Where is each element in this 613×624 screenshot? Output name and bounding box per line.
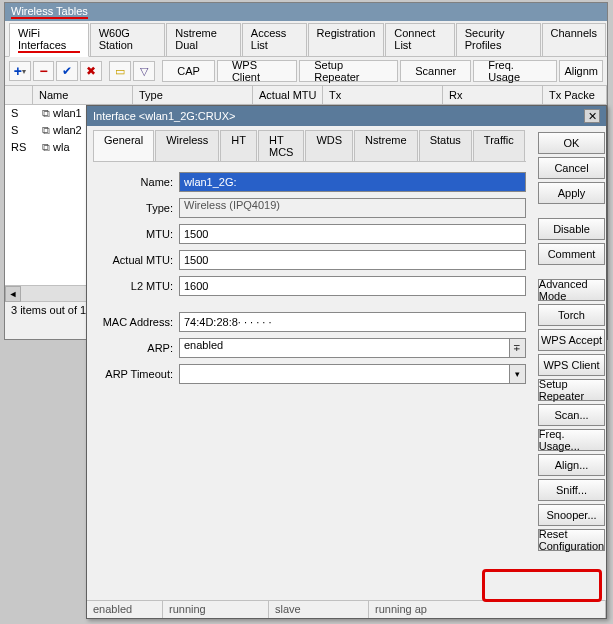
tab-htmcs[interactable]: HT MCS: [258, 130, 304, 161]
label-mtu: MTU:: [93, 228, 179, 240]
funnel-icon: ▽: [140, 65, 148, 78]
main-tabbar: WiFi Interfaces W60G Station Nstreme Dua…: [5, 21, 607, 57]
disable-button[interactable]: Disable: [538, 218, 605, 240]
freq-usage-button[interactable]: Freq. Usage: [473, 60, 557, 82]
label-arp: ARP:: [93, 342, 179, 354]
x-icon: ✖: [86, 64, 96, 78]
label-mac: MAC Address:: [93, 316, 179, 328]
torch-button[interactable]: Torch: [538, 304, 605, 326]
tab-w60g-station[interactable]: W60G Station: [90, 23, 166, 56]
table-header: Name Type Actual MTU Tx Rx Tx Packe: [5, 86, 607, 105]
toolbar: +▾ − ✔ ✖ ▭ ▽ CAP WPS Client Setup Repeat…: [5, 57, 607, 86]
col-type[interactable]: Type: [133, 86, 253, 104]
tab-access-list[interactable]: Access List: [242, 23, 307, 56]
enable-button[interactable]: ✔: [56, 61, 78, 81]
tab-ht[interactable]: HT: [220, 130, 257, 161]
tab-channels[interactable]: Channels: [542, 23, 606, 56]
check-icon: ✔: [62, 64, 72, 78]
interface-icon: ⧉: [39, 124, 53, 137]
plus-icon: +: [14, 63, 22, 79]
scan-button[interactable]: Scan...: [538, 404, 605, 426]
main-titlebar: Wireless Tables: [5, 3, 607, 21]
status-running-ap: running ap: [369, 601, 606, 618]
status-running: running: [163, 601, 269, 618]
disable-button[interactable]: ✖: [80, 61, 102, 81]
label-arp-timeout: ARP Timeout:: [93, 368, 179, 380]
arp-timeout-input[interactable]: [179, 364, 510, 384]
row-flag: RS: [5, 139, 33, 156]
label-name: Name:: [93, 176, 179, 188]
l2-mtu-input[interactable]: [179, 276, 526, 296]
actual-mtu-input[interactable]: [179, 250, 526, 270]
status-slave: slave: [269, 601, 369, 618]
tab-wifi-interfaces[interactable]: WiFi Interfaces: [9, 23, 89, 57]
col-flag[interactable]: [5, 86, 33, 104]
setup-repeater-button[interactable]: Setup Repeater: [299, 60, 398, 82]
status-enabled: enabled: [87, 601, 163, 618]
close-icon: ✕: [588, 110, 597, 123]
type-value: Wireless (IPQ4019): [179, 198, 526, 218]
wps-client-button[interactable]: WPS Client: [217, 60, 297, 82]
add-button[interactable]: +▾: [9, 61, 31, 81]
remove-button[interactable]: −: [33, 61, 55, 81]
col-txp[interactable]: Tx Packe: [543, 86, 607, 104]
mac-input[interactable]: [179, 312, 526, 332]
dialog-titlebar[interactable]: Interface <wlan1_2G:CRUX> ✕: [87, 106, 606, 126]
row-flag: S: [5, 105, 33, 122]
wps-client-button[interactable]: WPS Client: [538, 354, 605, 376]
ok-button[interactable]: OK: [538, 132, 605, 154]
label-type: Type:: [93, 202, 179, 214]
tab-status[interactable]: Status: [419, 130, 472, 161]
reset-configuration-button[interactable]: Reset Configuration: [538, 529, 605, 551]
interface-icon: ⧉: [39, 107, 53, 120]
col-rx[interactable]: Rx: [443, 86, 543, 104]
tab-general[interactable]: General: [93, 130, 154, 161]
close-button[interactable]: ✕: [584, 109, 600, 123]
col-tx[interactable]: Tx: [323, 86, 443, 104]
label-l2-mtu: L2 MTU:: [93, 280, 179, 292]
tab-traffic[interactable]: Traffic: [473, 130, 525, 161]
alignment-button[interactable]: Alignm: [559, 60, 603, 82]
interface-icon: ⧉: [39, 141, 53, 154]
tab-nstreme[interactable]: Nstreme: [354, 130, 418, 161]
apply-button[interactable]: Apply: [538, 182, 605, 204]
tab-connect-list[interactable]: Connect List: [385, 23, 454, 56]
name-input[interactable]: [179, 172, 526, 192]
tab-security-profiles[interactable]: Security Profiles: [456, 23, 541, 56]
interface-dialog: Interface <wlan1_2G:CRUX> ✕ General Wire…: [86, 105, 607, 619]
arp-timeout-combo[interactable]: ▾: [179, 364, 526, 384]
col-name[interactable]: Name: [33, 86, 133, 104]
scroll-left-icon[interactable]: ◄: [5, 286, 21, 302]
comment-button[interactable]: ▭: [109, 61, 131, 81]
minus-icon: −: [39, 63, 47, 79]
comment-button[interactable]: Comment: [538, 243, 605, 265]
row-flag: S: [5, 122, 33, 139]
cancel-button[interactable]: Cancel: [538, 157, 605, 179]
mtu-input[interactable]: [179, 224, 526, 244]
tab-wds[interactable]: WDS: [305, 130, 353, 161]
setup-repeater-button[interactable]: Setup Repeater: [538, 379, 605, 401]
filter-button[interactable]: ▽: [133, 61, 155, 81]
note-icon: ▭: [115, 65, 125, 78]
sniff-button[interactable]: Sniff...: [538, 479, 605, 501]
tab-registration[interactable]: Registration: [308, 23, 385, 56]
chevron-down-icon[interactable]: ▾: [510, 364, 526, 384]
label-actual-mtu: Actual MTU:: [93, 254, 179, 266]
dialog-title: Interface <wlan1_2G:CRUX>: [93, 110, 235, 122]
cap-button[interactable]: CAP: [162, 60, 215, 82]
snooper-button[interactable]: Snooper...: [538, 504, 605, 526]
wps-accept-button[interactable]: WPS Accept: [538, 329, 605, 351]
arp-value: enabled: [179, 338, 510, 358]
tab-wireless[interactable]: Wireless: [155, 130, 219, 161]
arp-combo[interactable]: enabled∓: [179, 338, 526, 358]
dialog-tabbar: General Wireless HT HT MCS WDS Nstreme S…: [93, 130, 526, 162]
freq-usage-button[interactable]: Freq. Usage...: [538, 429, 605, 451]
chevron-down-icon[interactable]: ∓: [510, 338, 526, 358]
scanner-button[interactable]: Scanner: [400, 60, 471, 82]
col-mtu[interactable]: Actual MTU: [253, 86, 323, 104]
dialog-content: General Wireless HT HT MCS WDS Nstreme S…: [87, 126, 532, 600]
tab-nstreme-dual[interactable]: Nstreme Dual: [166, 23, 241, 56]
advanced-mode-button[interactable]: Advanced Mode: [538, 279, 605, 301]
align-button[interactable]: Align...: [538, 454, 605, 476]
dialog-button-column: OK Cancel Apply Disable Comment Advanced…: [532, 126, 611, 600]
